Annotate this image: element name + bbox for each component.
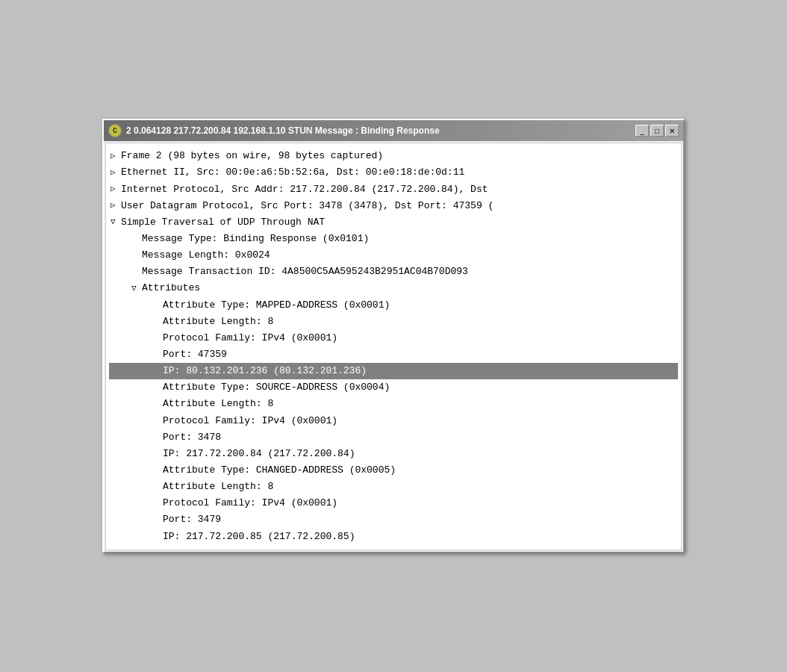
- maximize-button[interactable]: □: [650, 125, 664, 137]
- row-attrtype1-text: Attribute Type: MAPPED-ADDRESS (0x0001): [163, 298, 390, 313]
- window-icon: C: [108, 124, 122, 137]
- row-msglength-text: Message Length: 0x0024: [142, 248, 270, 263]
- row-attributes-text: Attributes: [142, 281, 200, 296]
- row-port2[interactable]: Port: 3478: [109, 429, 678, 446]
- title-bar: C 2 0.064128 217.72.200.84 192.168.1.10 …: [104, 120, 683, 141]
- row-attrtype2[interactable]: Attribute Type: SOURCE-ADDRESS (0x0004): [109, 379, 678, 396]
- row-port1-text: Port: 47359: [163, 347, 227, 362]
- row-stun-text: Simple Traversal of UDP Through NAT: [121, 215, 325, 230]
- window-title: 2 0.064128 217.72.200.84 192.168.1.10 ST…: [126, 125, 440, 136]
- row-ip2[interactable]: IP: 217.72.200.84 (217.72.200.84): [109, 446, 678, 462]
- row-port2-text: Port: 3478: [163, 430, 221, 445]
- row-msgtype-text: Message Type: Binding Response (0x0101): [142, 231, 369, 246]
- row-ethernet-text: Ethernet II, Src: 00:0e:a6:5b:52:6a, Dst…: [121, 165, 464, 180]
- row-udp-text: User Datagram Protocol, Src Port: 3478 (…: [121, 199, 494, 214]
- row-ip-text: Internet Protocol, Src Addr: 217.72.200.…: [121, 182, 488, 197]
- row-attrtype1[interactable]: Attribute Type: MAPPED-ADDRESS (0x0001): [109, 297, 678, 314]
- row-protfam2[interactable]: Protocol Family: IPv4 (0x0001): [109, 413, 678, 429]
- row-attrlen2-text: Attribute Length: 8: [163, 396, 273, 411]
- row-stun[interactable]: ▽Simple Traversal of UDP Through NAT: [109, 214, 678, 231]
- row-ip3[interactable]: IP: 217.72.200.85 (217.72.200.85): [109, 529, 678, 545]
- row-ethernet[interactable]: ▷Ethernet II, Src: 00:0e:a6:5b:52:6a, Ds…: [109, 164, 678, 181]
- row-ip1-text: IP: 80.132.201.236 (80.132.201.236): [163, 364, 367, 379]
- row-frame-text: Frame 2 (98 bytes on wire, 98 bytes capt…: [121, 149, 383, 164]
- row-protfam1-text: Protocol Family: IPv4 (0x0001): [163, 331, 337, 346]
- row-ip-arrow: ▷: [111, 183, 121, 196]
- row-port1[interactable]: Port: 47359: [109, 346, 678, 363]
- row-msgtype[interactable]: Message Type: Binding Response (0x0101): [109, 231, 678, 247]
- row-attrlen1-text: Attribute Length: 8: [163, 314, 273, 329]
- row-attrlen1[interactable]: Attribute Length: 8: [109, 314, 678, 330]
- row-protfam3-text: Protocol Family: IPv4 (0x0001): [163, 496, 337, 511]
- row-attributes[interactable]: ▽Attributes: [109, 280, 678, 296]
- close-button[interactable]: ✕: [665, 125, 679, 137]
- main-window: C 2 0.064128 217.72.200.84 192.168.1.10 …: [102, 119, 685, 553]
- row-attrtype2-text: Attribute Type: SOURCE-ADDRESS (0x0004): [163, 380, 390, 395]
- packet-tree: ▷Frame 2 (98 bytes on wire, 98 bytes cap…: [105, 143, 682, 550]
- row-attrlen3[interactable]: Attribute Length: 8: [109, 479, 678, 495]
- row-udp[interactable]: ▷User Datagram Protocol, Src Port: 3478 …: [109, 198, 678, 214]
- row-msgtxid-text: Message Transaction ID: 4A8500C5AA595243…: [142, 264, 468, 279]
- row-ethernet-arrow: ▷: [111, 167, 121, 179]
- row-protfam3[interactable]: Protocol Family: IPv4 (0x0001): [109, 495, 678, 511]
- row-protfam1[interactable]: Protocol Family: IPv4 (0x0001): [109, 330, 678, 346]
- title-bar-left: C 2 0.064128 217.72.200.84 192.168.1.10 …: [108, 124, 440, 137]
- minimize-button[interactable]: _: [635, 125, 649, 137]
- row-attrlen2[interactable]: Attribute Length: 8: [109, 396, 678, 412]
- title-bar-controls: _ □ ✕: [635, 125, 679, 137]
- row-attrtype3[interactable]: Attribute Type: CHANGED-ADDRESS (0x0005): [109, 462, 678, 479]
- row-udp-arrow: ▷: [111, 199, 121, 212]
- row-attrlen3-text: Attribute Length: 8: [163, 479, 273, 494]
- row-attributes-arrow: ▽: [131, 282, 142, 295]
- row-ip3-text: IP: 217.72.200.85 (217.72.200.85): [163, 529, 355, 544]
- row-frame[interactable]: ▷Frame 2 (98 bytes on wire, 98 bytes cap…: [109, 148, 678, 164]
- row-attrtype3-text: Attribute Type: CHANGED-ADDRESS (0x0005): [163, 463, 396, 478]
- row-port3-text: Port: 3479: [163, 512, 221, 527]
- row-protfam2-text: Protocol Family: IPv4 (0x0001): [163, 414, 337, 429]
- row-ip2-text: IP: 217.72.200.84 (217.72.200.84): [163, 447, 355, 461]
- row-ip[interactable]: ▷Internet Protocol, Src Addr: 217.72.200…: [109, 181, 678, 198]
- row-msglength[interactable]: Message Length: 0x0024: [109, 247, 678, 264]
- row-stun-arrow: ▽: [111, 216, 121, 228]
- row-ip1[interactable]: IP: 80.132.201.236 (80.132.201.236): [109, 363, 678, 379]
- row-port3[interactable]: Port: 3479: [109, 511, 678, 528]
- row-msgtxid[interactable]: Message Transaction ID: 4A8500C5AA595243…: [109, 264, 678, 280]
- row-frame-arrow: ▷: [111, 150, 121, 163]
